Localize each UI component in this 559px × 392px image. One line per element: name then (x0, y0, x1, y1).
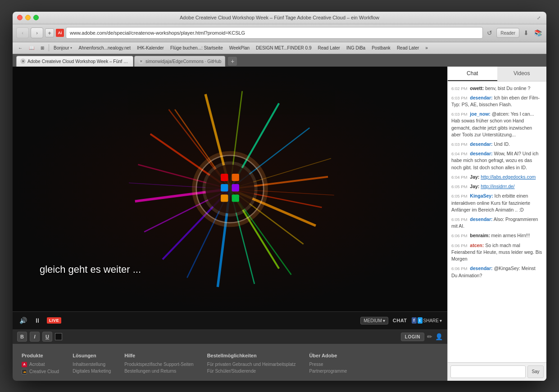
share-button[interactable]: SHARE ▾ (423, 318, 442, 323)
reader-button[interactable]: Reader (496, 28, 519, 38)
play-pause-button[interactable]: ⏸ (32, 315, 42, 325)
msg-link-6[interactable]: http://labs.edgedocks.com (481, 174, 536, 180)
svg-rect-27 (232, 174, 239, 181)
video-container[interactable]: gleich geht es weiter ... (13, 67, 447, 311)
bookmark-ing[interactable]: ING DiBa (345, 45, 367, 51)
bookmark-reading-list[interactable]: 📖 (27, 45, 36, 51)
footer-link-acrobat[interactable]: A Acrobat (22, 362, 59, 367)
bookmark-design[interactable]: DESIGN MET...FINDER 0.9 (254, 45, 313, 51)
traffic-lights (17, 15, 39, 20)
facebook-share-button[interactable]: f (412, 317, 417, 324)
twitter-share-button[interactable]: t (418, 317, 423, 324)
msg-time-10: 6:06 PM (451, 233, 467, 238)
minimize-button[interactable] (25, 15, 31, 20)
bold-button[interactable]: B (17, 332, 27, 342)
msg-user-8: KingaSey: (470, 193, 493, 198)
chevron-down-icon: ▾ (70, 46, 72, 50)
design-label: DESIGN MET...FINDER 0.9 (256, 45, 311, 50)
bookmark-postbank[interactable]: Postbank (370, 45, 392, 51)
bookmark-overflow[interactable]: » (423, 45, 430, 51)
msg-user-10: benraim: (470, 233, 490, 238)
svg-rect-30 (221, 194, 228, 202)
read-later-1-label: Read Later (318, 45, 340, 50)
footer-col-hilfe-heading: Hilfe (124, 353, 193, 358)
weekplan-label: WeekPlan (229, 45, 250, 50)
fullscreen-icon[interactable]: ⤢ (536, 14, 542, 21)
chat-message-4: 6:03 PM desendar: Und ID. (451, 141, 543, 148)
footer-link-presse[interactable]: Presse (309, 362, 347, 367)
footer-link-digital[interactable]: Digitales Marketing (73, 369, 111, 374)
presse-label: Presse (309, 362, 323, 367)
bookmark-weekplan[interactable]: WeekPlan (227, 45, 251, 51)
user-icon[interactable]: 👤 (435, 333, 443, 340)
edit-icon[interactable]: ✏ (427, 333, 432, 340)
partner-label: Partnerprogramme (309, 369, 347, 374)
color-picker[interactable] (55, 333, 62, 340)
quality-selector[interactable]: MEDIUM ▾ (360, 317, 388, 324)
url-bar[interactable]: www.adobe.com/de/special/createnow-works… (66, 27, 483, 39)
login-button[interactable]: LOGIN (401, 333, 424, 341)
underline-button[interactable]: U (42, 332, 52, 342)
new-tab-button[interactable]: + (228, 57, 237, 66)
forward-button[interactable]: › (31, 27, 43, 38)
quality-arrow-icon: ▾ (383, 318, 385, 323)
chat-message-8: 6:05 PM KingaSey: Ich erbitte einen inte… (451, 193, 543, 213)
chat-toggle-button[interactable]: CHAT (393, 318, 407, 323)
grid-icon: ⊞ (41, 45, 44, 50)
bookmark-back[interactable]: ← (16, 45, 24, 51)
bookmark-ihk[interactable]: IHK-Kalender (135, 45, 166, 51)
tab-videos[interactable]: Videos (497, 67, 547, 81)
quality-label: MEDIUM (364, 318, 382, 323)
ahnen-label: Ahnenforsch...nealogy.net (78, 45, 130, 50)
share-label-text: SHARE (423, 318, 439, 323)
msg-time-4: 6:03 PM (451, 142, 467, 147)
footer-link-inhalt[interactable]: Inhaltserstellung (73, 362, 111, 367)
footer: Produkte A Acrobat ☁ Creative Cloud Lösu… (13, 344, 447, 381)
say-button[interactable]: Say (527, 365, 544, 378)
bookmark-read-later-1[interactable]: Read Later (316, 45, 341, 51)
tab-chat[interactable]: Chat (448, 67, 497, 81)
svg-rect-28 (221, 184, 228, 191)
player-controls: 🔊 ⏸ LIVE MEDIUM ▾ CHAT f t SHARE ▾ (13, 311, 447, 329)
bookmarks-icon[interactable]: 📚 (533, 28, 543, 38)
footer-link-support[interactable]: Produktspezifische Support-Seiten (124, 362, 193, 367)
italic-button[interactable]: I (30, 332, 40, 342)
chat-message-2: 6:03 PM desendar: Ich bin eben der Film-… (451, 95, 543, 108)
chat-input-field[interactable] (450, 365, 526, 378)
msg-link-7[interactable]: http://insidrrr.de/ (481, 184, 514, 189)
bookmark-grid[interactable]: ⊞ (39, 45, 46, 51)
back-button[interactable]: ‹ (16, 27, 29, 38)
tab-close-adobe[interactable]: ✕ (20, 59, 26, 64)
footer-link-schueler[interactable]: Für Schüler/Studierende (207, 369, 296, 374)
msg-user-12: desendar: (470, 266, 492, 271)
bonjour-label: Bonjour (54, 45, 69, 50)
add-tab-button[interactable]: + (45, 28, 54, 37)
volume-button[interactable]: 🔊 (18, 315, 28, 325)
chat-messages[interactable]: 6:02 PM owett: benv, bist Du online ? 6:… (448, 81, 546, 362)
tab-github[interactable]: ✕ simonwidjaja/EdgeCommons · GitHub (134, 56, 225, 67)
close-button[interactable] (17, 15, 23, 20)
bookmark-ahnen[interactable]: Ahnenforsch...nealogy.net (77, 45, 132, 51)
privat-label: Für privaten Gebrauch und Heimarbeitspla… (207, 362, 296, 367)
msg-time-6: 6:04 PM (451, 175, 467, 180)
downloads-icon[interactable]: ⬇ (521, 28, 531, 38)
bookmark-fluge[interactable]: Flüge buchen...: Startseite (168, 45, 225, 51)
chat-message-12: 6:06 PM desendar: @KingaSey: Meinst Du A… (451, 265, 543, 279)
reload-button[interactable]: ↺ (485, 28, 495, 38)
footer-col-bestell-heading: Bestellmöglichkeiten (207, 353, 296, 358)
cc-icon: ☁ (22, 369, 27, 374)
chat-message-9: 6:05 PM desendar: Also: Programmieren mi… (451, 216, 543, 230)
footer-link-partner[interactable]: Partnerprogramme (309, 369, 347, 374)
footer-link-cc[interactable]: ☁ Creative Cloud (22, 369, 59, 374)
tab-adobe[interactable]: ✕ Adobe Createive Cloud Workshop Week – … (16, 56, 133, 67)
tab-close-github[interactable]: ✕ (138, 59, 144, 64)
bookmark-read-later-2[interactable]: Read Later (395, 45, 421, 51)
msg-time-9: 6:05 PM (451, 217, 467, 222)
footer-link-privat[interactable]: Für privaten Gebrauch und Heimarbeitspla… (207, 362, 296, 367)
footer-link-orders[interactable]: Bestellungen und Returns (124, 369, 193, 374)
bookmark-bonjour[interactable]: Bonjour ▾ (52, 45, 74, 51)
bookmark-separator-1 (49, 44, 49, 51)
digital-label: Digitales Marketing (73, 369, 111, 374)
player-area: gleich geht es weiter ... 🔊 ⏸ LIVE MEDIU… (13, 67, 447, 381)
maximize-button[interactable] (33, 15, 39, 20)
